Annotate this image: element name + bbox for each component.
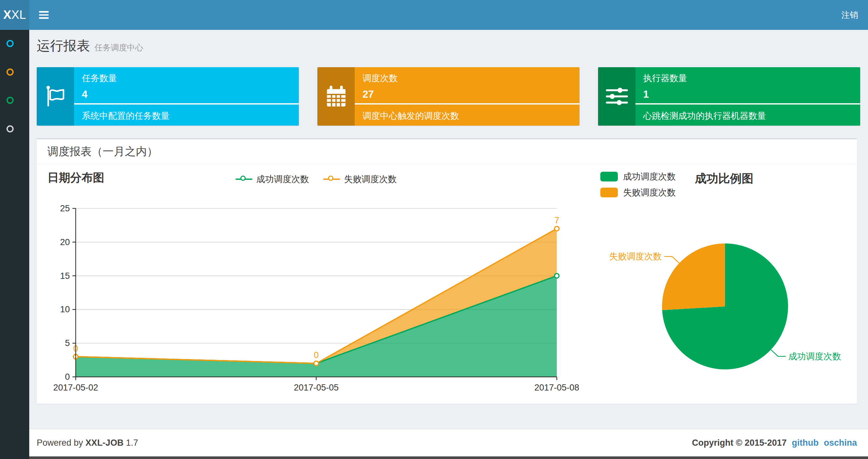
line-area-chart: 00705101520252017-05-022017-05-052017-05… [37,164,609,403]
panel-title: 调度报表（一月之内） [37,139,857,164]
menu-icon[interactable] [39,9,54,21]
flag-icon [37,67,74,126]
logo-bold: X [3,8,11,22]
divider [355,103,580,104]
github-link[interactable]: github [792,438,818,448]
svg-text:10: 10 [60,304,70,314]
sliders-icon [598,67,636,126]
info-box-title: 任务数量 [82,72,299,84]
divider [636,103,860,104]
page-subtitle: 任务调度中心 [95,42,143,53]
svg-text:20: 20 [60,237,70,247]
window-bottom-edge [29,456,868,459]
info-box-jobs: 任务数量 4 系统中配置的任务数量 [37,67,299,126]
info-box-title: 执行器数量 [643,72,860,84]
powered-by-text: Powered by XXL-JOB 1.7 [37,438,138,448]
calendar-icon [317,67,355,126]
page-title: 运行报表 [37,37,90,55]
info-box-value: 4 [82,89,299,100]
svg-text:25: 25 [60,203,70,213]
info-box-row: 任务数量 4 系统中配置的任务数量 [37,67,860,126]
info-box-description: 心跳检测成功的执行器机器数量 [643,110,766,122]
content-area: 运行报表 任务调度中心 任务数量 4 系统中配置的任务数量 [29,30,868,459]
page-header: 运行报表 任务调度中心 [37,37,143,55]
svg-text:失败调度次数: 失败调度次数 [609,252,662,261]
svg-text:0: 0 [314,350,319,360]
info-box-value: 27 [363,89,580,100]
main-footer: Powered by XXL-JOB 1.7 Copyright © 2015-… [29,429,868,456]
circle-icon-menu-item-1[interactable] [6,40,13,47]
svg-text:5: 5 [65,338,70,348]
svg-text:2017-05-02: 2017-05-02 [53,383,98,392]
info-box-description: 调度中心触发的调度次数 [363,110,459,122]
info-box-triggers: 调度次数 27 调度中心触发的调度次数 [317,67,580,126]
app-logo[interactable]: XXL [0,0,29,30]
circle-icon-menu-item-2[interactable] [6,68,13,76]
oschina-link[interactable]: oschina [824,438,857,448]
info-box-title: 调度次数 [363,72,580,84]
logout-link[interactable]: 注销 [841,9,858,21]
svg-text:2017-05-05: 2017-05-05 [294,383,339,392]
copyright-text: Copyright © 2015-2017 [692,438,787,448]
info-box-value: 1 [643,89,860,100]
pie-chart: 成功调度次数失败调度次数 [556,164,857,403]
info-box-executors: 执行器数量 1 心跳检测成功的执行器机器数量 [598,67,860,126]
panel-body: 日期分布图 成功调度次数 失败调度次数 00705101520252017-05… [37,164,857,403]
report-panel: 调度报表（一月之内） 日期分布图 成功调度次数 失败调度次数 007051015… [37,138,857,404]
svg-text:0: 0 [65,372,70,382]
logo-rest: XL [11,8,26,22]
circle-icon-menu-item-4[interactable] [6,125,13,132]
top-navbar: XXL 注销 [0,0,868,30]
mini-sidebar [0,30,29,459]
svg-text:成功调度次数: 成功调度次数 [788,352,841,361]
divider [74,103,299,104]
info-box-description: 系统中配置的任务数量 [82,110,169,122]
svg-text:15: 15 [60,271,70,281]
circle-icon-menu-item-3[interactable] [6,97,13,104]
